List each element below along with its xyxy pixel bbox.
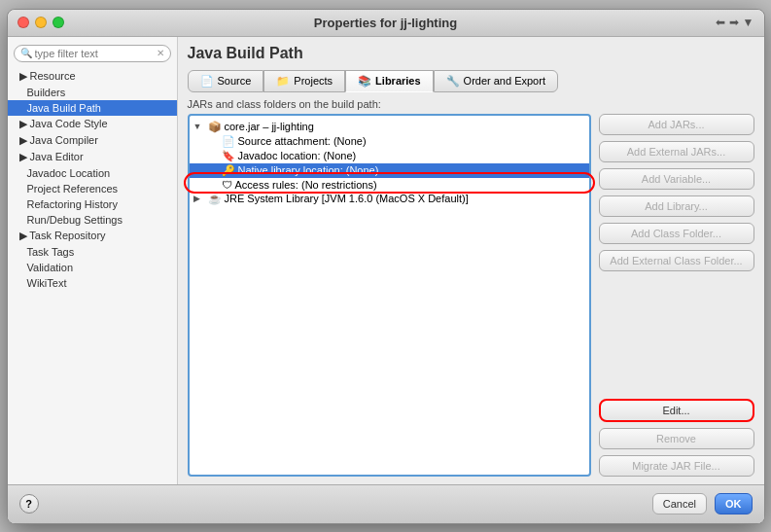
sidebar-item-task-tags[interactable]: Task Tags — [8, 244, 177, 260]
add-external-jars-button[interactable]: Add External JARs... — [599, 141, 754, 162]
tree-label: Native library location: (None) — [238, 164, 379, 176]
main-header: Java Build Path — [188, 45, 754, 62]
tree-label: Access rules: (No restrictions) — [235, 179, 377, 191]
tree-icon: 📄 — [222, 135, 235, 148]
sidebar-item-resource[interactable]: ▶ Resource — [8, 68, 177, 85]
button-panel: Add JARs...Add External JARs...Add Varia… — [599, 114, 754, 477]
sidebar-item-refactoring-history[interactable]: Refactoring History — [8, 196, 177, 212]
tree-arrow: ▶ — [193, 194, 205, 203]
sidebar-items: ▶ ResourceBuildersJava Build Path▶ Java … — [8, 68, 177, 291]
tree-item-javadoc-location[interactable]: 🔖Javadoc location: (None) — [190, 149, 589, 163]
sidebar-item-builders[interactable]: Builders — [8, 85, 177, 100]
menu-button[interactable]: ▼ — [743, 16, 754, 29]
sidebar-item-java-build-path[interactable]: Java Build Path — [8, 100, 177, 116]
tree-item-jre-library[interactable]: ▶☕JRE System Library [JVM 1.6.0 (MacOS X… — [190, 192, 589, 206]
tree-label: JRE System Library [JVM 1.6.0 (MacOS X D… — [225, 193, 469, 204]
tree-label: core.jar – jj-lighting — [225, 121, 314, 132]
tree-label: Javadoc location: (None) — [238, 150, 357, 161]
tree-icon: 🛡 — [222, 179, 232, 191]
libraries-icon: 📚 — [358, 75, 371, 88]
sidebar-item-java-compiler[interactable]: ▶ Java Compiler — [8, 132, 177, 149]
sidebar-item-wikitext[interactable]: WikiText — [8, 275, 177, 291]
tree-arrow: ▼ — [193, 122, 205, 131]
search-box[interactable]: 🔍 ✕ — [14, 45, 171, 62]
titlebar: Properties for jj-lighting ⬅ ➡ ▼ — [8, 10, 764, 37]
tree-item-source-attachment[interactable]: 📄Source attachment: (None) — [190, 134, 589, 149]
ok-button[interactable]: OK — [715, 493, 753, 514]
minimize-button[interactable] — [35, 17, 47, 28]
main-window: Properties for jj-lighting ⬅ ➡ ▼ 🔍 ✕ ▶ R… — [7, 9, 765, 524]
sidebar-item-javadoc-location[interactable]: Javadoc Location — [8, 165, 177, 181]
main-panel: Java Build Path 📄 Source 📁 Projects 📚 Li… — [178, 37, 764, 484]
tab-projects[interactable]: 📁 Projects — [263, 70, 345, 92]
tab-source-label: Source — [218, 75, 252, 87]
add-external-class-folder-button[interactable]: Add External Class Folder... — [599, 250, 754, 271]
tab-projects-label: Projects — [294, 75, 333, 87]
footer-left: ? — [19, 494, 39, 514]
tab-source[interactable]: 📄 Source — [188, 70, 264, 92]
tab-order-export-label: Order and Export — [464, 75, 545, 87]
add-library-button[interactable]: Add Library... — [599, 195, 754, 217]
tab-order-export[interactable]: 🔧 Order and Export — [434, 70, 558, 92]
spacer — [599, 277, 754, 393]
tabs: 📄 Source 📁 Projects 📚 Libraries 🔧 Order … — [188, 70, 754, 92]
sidebar-item-run-debug[interactable]: Run/Debug Settings — [8, 212, 177, 228]
tree-icon: 📦 — [208, 121, 222, 133]
tree-icon: 🔖 — [222, 150, 235, 162]
navigation-area: ⬅ ➡ ▼ — [716, 16, 754, 29]
traffic-lights — [18, 17, 64, 28]
back-button[interactable]: ⬅ — [716, 16, 725, 29]
tree-item-native-library[interactable]: 🔑Native library location: (None) — [190, 163, 589, 178]
tree-item-core-jar[interactable]: ▼📦core.jar – jj-lighting — [190, 120, 589, 134]
projects-icon: 📁 — [276, 75, 290, 88]
help-button[interactable]: ? — [19, 494, 39, 514]
clear-icon[interactable]: ✕ — [157, 48, 164, 58]
tab-libraries[interactable]: 📚 Libraries — [345, 70, 433, 92]
source-icon: 📄 — [200, 75, 214, 88]
tree-icon: ☕ — [208, 193, 222, 205]
sidebar: 🔍 ✕ ▶ ResourceBuildersJava Build Path▶ J… — [8, 37, 178, 484]
add-jars-button[interactable]: Add JARs... — [599, 114, 754, 135]
sidebar-item-project-references[interactable]: Project References — [8, 181, 177, 196]
panel: ▼📦core.jar – jj-lighting📄Source attachme… — [188, 114, 754, 477]
edit-button[interactable]: Edit... — [599, 399, 754, 422]
sidebar-item-java-code-style[interactable]: ▶ Java Code Style — [8, 116, 177, 132]
add-class-folder-button[interactable]: Add Class Folder... — [599, 223, 754, 244]
tree-item-access-rules[interactable]: 🛡Access rules: (No restrictions) — [190, 178, 589, 192]
forward-button[interactable]: ➡ — [729, 16, 739, 29]
window-title: Properties for jj-lighting — [314, 16, 457, 30]
footer: ? Cancel OK — [8, 484, 764, 523]
tree-description: JARs and class folders on the build path… — [188, 98, 754, 110]
order-export-icon: 🔧 — [446, 75, 460, 88]
migrate-button[interactable]: Migrate JAR File... — [599, 455, 754, 477]
tree-label: Source attachment: (None) — [238, 135, 367, 147]
add-variable-button[interactable]: Add Variable... — [599, 168, 754, 190]
close-button[interactable] — [18, 17, 29, 28]
content-area: 🔍 ✕ ▶ ResourceBuildersJava Build Path▶ J… — [8, 37, 764, 484]
tab-libraries-label: Libraries — [375, 75, 420, 87]
tree-icon: 🔑 — [222, 164, 235, 177]
sidebar-item-java-editor[interactable]: ▶ Java Editor — [8, 149, 177, 165]
search-icon: 🔍 — [20, 48, 32, 58]
sidebar-item-validation[interactable]: Validation — [8, 260, 177, 275]
maximize-button[interactable] — [53, 17, 64, 28]
search-input[interactable] — [35, 48, 157, 59]
remove-button[interactable]: Remove — [599, 428, 754, 449]
sidebar-item-task-repository[interactable]: ▶ Task Repository — [8, 228, 177, 244]
tree-panel: ▼📦core.jar – jj-lighting📄Source attachme… — [188, 114, 591, 477]
cancel-button[interactable]: Cancel — [652, 493, 707, 514]
